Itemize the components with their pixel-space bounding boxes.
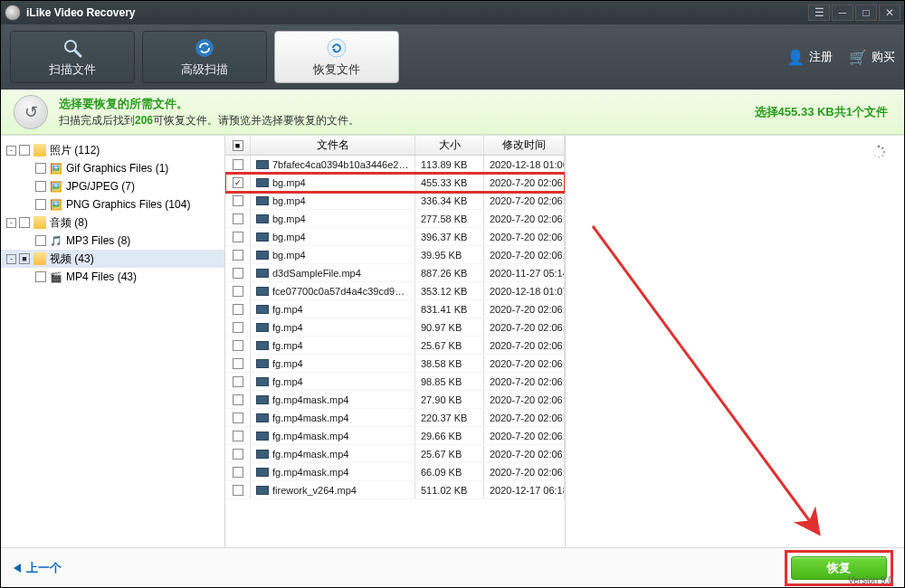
- tree-checkbox[interactable]: [19, 217, 30, 228]
- file-row[interactable]: fg.mp4mask.mp466.09 KB2020-7-20 02:06:36: [225, 463, 565, 481]
- header-mtime[interactable]: 修改时间: [484, 136, 565, 155]
- tree-node[interactable]: 🎵MP3 Files (8): [1, 232, 224, 250]
- menu-button[interactable]: ☰: [808, 5, 830, 21]
- triangle-left-icon: [14, 564, 21, 573]
- row-checkbox[interactable]: [233, 232, 243, 242]
- file-row[interactable]: fce07700c0a57d4a4c39cd906...353.12 KB202…: [225, 282, 565, 300]
- file-mtime: 2020-7-20 02:06:36: [484, 174, 565, 191]
- svg-line-1: [75, 51, 81, 56]
- row-checkbox[interactable]: [233, 250, 243, 261]
- file-name: fg.mp4mask.mp4: [272, 467, 348, 478]
- expand-toggle[interactable]: -: [6, 218, 16, 228]
- file-row[interactable]: fg.mp498.85 KB2020-7-20 02:06:36: [225, 373, 565, 391]
- video-file-icon: [256, 323, 269, 332]
- file-row[interactable]: fg.mp490.97 KB2020-7-20 02:06:36: [225, 318, 565, 337]
- file-size: 113.89 KB: [415, 156, 484, 173]
- file-rows[interactable]: 7bfafec4ca0394b10a3446e2d...113.89 KB202…: [225, 156, 565, 547]
- row-checkbox[interactable]: [233, 159, 243, 170]
- header-filename[interactable]: 文件名: [251, 136, 415, 155]
- tree-checkbox[interactable]: [35, 199, 46, 210]
- file-size: 98.85 KB: [415, 373, 484, 390]
- tree-node[interactable]: -照片 (112): [1, 141, 224, 159]
- file-row[interactable]: bg.mp439.95 KB2020-7-20 02:06:36: [225, 246, 565, 264]
- row-checkbox[interactable]: [233, 376, 243, 387]
- recover-label: 恢复: [827, 560, 851, 576]
- file-row[interactable]: 7bfafec4ca0394b10a3446e2d...113.89 KB202…: [225, 156, 565, 174]
- file-row[interactable]: fg.mp4mask.mp425.67 KB2020-7-20 02:06:36: [225, 445, 565, 463]
- row-checkbox[interactable]: [233, 431, 243, 441]
- row-checkbox[interactable]: [233, 304, 243, 315]
- file-row[interactable]: fg.mp425.67 KB2020-7-20 02:06:36: [225, 337, 565, 355]
- file-size: 38.58 KB: [415, 355, 484, 372]
- info-banner: ↺ 选择要恢复的所需文件。 扫描完成后找到206可恢复文件。请预览并选择要恢复的…: [1, 90, 904, 135]
- file-row[interactable]: bg.mp4277.58 KB2020-7-20 02:06:36: [225, 210, 565, 228]
- tree-node[interactable]: 🎬MP4 Files (43): [1, 268, 224, 286]
- file-name: bg.mp4: [272, 195, 306, 206]
- expand-toggle[interactable]: -: [6, 254, 16, 264]
- file-row[interactable]: fg.mp4mask.mp4220.37 KB2020-7-20 02:06:3…: [225, 409, 565, 427]
- row-checkbox[interactable]: [233, 485, 243, 496]
- video-file-icon: [256, 395, 269, 404]
- category-tree[interactable]: -照片 (112)🖼️Gif Graphics Files (1)🖼️JPG/J…: [1, 136, 225, 547]
- row-checkbox[interactable]: [233, 467, 243, 478]
- file-row[interactable]: bg.mp4336.34 KB2020-7-20 02:06:36: [225, 192, 565, 210]
- minimize-button[interactable]: ─: [832, 5, 853, 21]
- row-checkbox[interactable]: ✓: [233, 177, 243, 188]
- svg-point-4: [878, 146, 881, 148]
- close-button[interactable]: ✕: [879, 5, 900, 21]
- svg-point-10: [872, 151, 874, 153]
- file-row[interactable]: fg.mp4mask.mp427.90 KB2020-7-20 02:06:36: [225, 391, 565, 409]
- tree-node[interactable]: -■视频 (43): [1, 250, 224, 268]
- row-checkbox[interactable]: [233, 213, 243, 224]
- tree-node[interactable]: 🖼️Gif Graphics Files (1): [1, 159, 224, 177]
- tree-checkbox[interactable]: [35, 271, 46, 282]
- register-button[interactable]: 👤 注册: [786, 49, 833, 66]
- mp3-icon: 🎵: [50, 234, 62, 247]
- folder-icon: [33, 252, 46, 265]
- expand-toggle[interactable]: -: [6, 146, 16, 156]
- svg-point-9: [874, 155, 876, 156]
- video-file-icon: [256, 377, 269, 386]
- row-checkbox[interactable]: [233, 195, 243, 206]
- file-row[interactable]: ✓bg.mp4455.33 KB2020-7-20 02:06:36: [225, 174, 565, 192]
- back-button[interactable]: 上一个: [14, 560, 62, 576]
- tree-checkbox[interactable]: [35, 181, 46, 192]
- row-checkbox[interactable]: [233, 358, 243, 369]
- buy-button[interactable]: 🛒 购买: [849, 49, 895, 66]
- video-file-icon: [256, 468, 269, 477]
- tab-scan-files[interactable]: 扫描文件: [10, 31, 135, 83]
- row-checkbox[interactable]: [233, 449, 243, 460]
- tree-checkbox[interactable]: ■: [19, 253, 30, 264]
- file-row[interactable]: fg.mp438.58 KB2020-7-20 02:06:36: [225, 355, 565, 373]
- header-checkbox[interactable]: ■: [225, 136, 251, 155]
- row-checkbox[interactable]: [233, 322, 243, 333]
- maximize-button[interactable]: □: [855, 5, 877, 21]
- row-checkbox[interactable]: [233, 394, 243, 405]
- tab-recover-files[interactable]: 恢复文件: [274, 31, 399, 83]
- tree-checkbox[interactable]: [35, 163, 46, 174]
- file-row[interactable]: firework_v264.mp4511.02 KB2020-12-17 06:…: [225, 481, 565, 499]
- video-file-icon: [256, 486, 269, 495]
- file-row[interactable]: fg.mp4831.41 KB2020-7-20 02:06:36: [225, 300, 565, 318]
- tree-checkbox[interactable]: [35, 235, 46, 246]
- header-size[interactable]: 大小: [415, 136, 484, 155]
- tree-node[interactable]: 🖼️JPG/JPEG (7): [1, 177, 224, 195]
- tree-checkbox[interactable]: [19, 145, 30, 156]
- video-file-icon: [256, 269, 269, 278]
- row-checkbox[interactable]: [233, 413, 243, 423]
- tab-label: 扫描文件: [49, 62, 96, 78]
- row-checkbox[interactable]: [233, 268, 243, 279]
- row-checkbox[interactable]: [233, 286, 243, 297]
- file-name: fg.mp4mask.mp4: [272, 431, 348, 441]
- row-checkbox[interactable]: [233, 340, 243, 351]
- selection-summary: 选择455.33 KB共1个文件: [755, 104, 888, 120]
- file-row[interactable]: bg.mp4396.37 KB2020-7-20 02:06:36: [225, 228, 565, 246]
- video-file-icon: [256, 450, 269, 459]
- file-row[interactable]: fg.mp4mask.mp429.66 KB2020-7-20 02:06:36: [225, 427, 565, 445]
- file-row[interactable]: d3dSampleFile.mp4887.26 KB2020-11-27 05:…: [225, 264, 565, 282]
- video-file-icon: [256, 359, 269, 368]
- folder-icon: [33, 144, 46, 156]
- tab-advanced-scan[interactable]: 高级扫描: [142, 31, 267, 83]
- tree-node[interactable]: 🖼️PNG Graphics Files (104): [1, 195, 224, 213]
- tree-node[interactable]: -音频 (8): [1, 213, 224, 232]
